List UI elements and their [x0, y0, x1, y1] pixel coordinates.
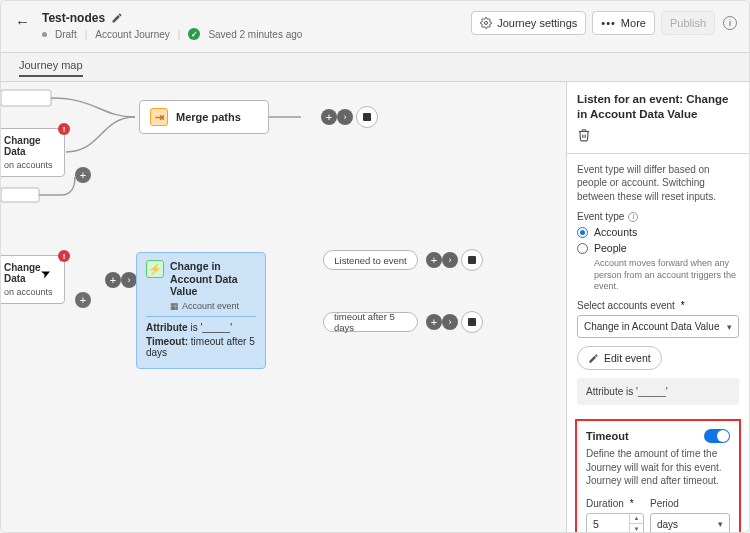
svg-rect-2	[1, 188, 39, 202]
split-connector[interactable]: ›	[337, 109, 353, 125]
svg-rect-1	[1, 90, 51, 106]
info-icon[interactable]: i	[628, 212, 638, 222]
step-down[interactable]: ▼	[630, 524, 643, 532]
timeout-section: Timeout Define the amount of time the Jo…	[575, 419, 741, 532]
breadcrumb-journey-map[interactable]: Journey map	[19, 59, 83, 77]
node-listen-event[interactable]: ⚡ Change in Account Data Value ▦ Account…	[136, 252, 266, 369]
node-merge-paths[interactable]: ⇥ Merge paths	[139, 100, 269, 134]
chevron-down-icon: ▾	[718, 519, 723, 529]
event-type-label: Event type	[577, 211, 624, 222]
back-button[interactable]: ←	[15, 11, 30, 30]
svg-point-0	[485, 22, 488, 25]
timeout-label: Timeout:	[146, 336, 188, 347]
bolt-icon: ⚡	[146, 260, 164, 278]
radio-accounts-label: Accounts	[594, 226, 637, 238]
journey-type: Account Journey	[95, 29, 170, 40]
merge-label: Merge paths	[176, 111, 241, 123]
publish-label: Publish	[670, 17, 706, 29]
attr-value: is '_____'	[190, 322, 232, 333]
pencil-icon	[588, 353, 599, 364]
error-badge: !	[58, 250, 70, 262]
end-node[interactable]	[461, 249, 483, 271]
journey-canvas[interactable]: ! Change Data on accounts + ! Change Dat…	[1, 81, 566, 532]
timeout-title: Timeout	[586, 430, 629, 442]
connector-node[interactable]: +	[105, 272, 121, 288]
split-connector[interactable]: ›	[442, 252, 458, 268]
radio-people[interactable]: People	[577, 242, 739, 254]
event-subtype: Account event	[182, 301, 239, 311]
add-node-button[interactable]: +	[426, 252, 442, 268]
radio-people-label: People	[594, 242, 627, 254]
timeout-toggle[interactable]	[704, 429, 730, 443]
delete-node-icon[interactable]	[577, 128, 591, 142]
radio-accounts[interactable]: Accounts	[577, 226, 739, 238]
edit-event-label: Edit event	[604, 352, 651, 364]
node-subtitle: on accounts	[4, 160, 58, 170]
node-title: Change Data	[4, 135, 58, 157]
end-node[interactable]	[356, 106, 378, 128]
journey-settings-label: Journey settings	[497, 17, 577, 29]
duration-value: 5	[587, 518, 629, 530]
account-event-icon: ▦	[170, 301, 179, 311]
edit-event-button[interactable]: Edit event	[577, 346, 662, 370]
duration-label: Duration	[586, 498, 624, 509]
panel-title: Listen for an event: Change in Account D…	[577, 92, 739, 122]
period-select[interactable]: days ▾	[650, 513, 730, 532]
info-icon[interactable]: i	[723, 16, 737, 30]
add-node-button[interactable]: +	[75, 292, 91, 308]
details-panel: Listen for an event: Change in Account D…	[566, 81, 749, 532]
people-help: Account moves forward when any person fr…	[594, 258, 739, 292]
period-label: Period	[650, 498, 679, 509]
chevron-down-icon: ▾	[727, 322, 732, 332]
add-node-button[interactable]: +	[321, 109, 337, 125]
publish-button[interactable]: Publish	[661, 11, 715, 35]
page-title: Test-nodes	[42, 11, 105, 25]
gear-icon	[480, 17, 492, 29]
timeout-help: Define the amount of time the Journey wi…	[586, 447, 730, 488]
select-event-label: Select accounts event	[577, 300, 675, 311]
step-up[interactable]: ▲	[630, 513, 643, 524]
node-change-data-b[interactable]: ! Change Data on accounts	[0, 255, 65, 304]
attribute-summary: Attribute is '_____'	[577, 378, 739, 405]
split-connector[interactable]: ›	[442, 314, 458, 330]
node-title: Change Data	[4, 262, 58, 284]
add-node-button[interactable]: +	[75, 167, 91, 183]
attr-label: Attribute	[146, 322, 188, 333]
status-dot	[42, 32, 47, 37]
edit-title-icon[interactable]	[111, 12, 123, 24]
node-change-data-a[interactable]: ! Change Data on accounts	[0, 128, 65, 177]
more-button[interactable]: ••• More	[592, 11, 655, 35]
period-value: days	[657, 519, 678, 530]
path-listened-to-event[interactable]: Listened to event	[323, 250, 418, 270]
saved-text: Saved 2 minutes ago	[208, 29, 302, 40]
more-label: More	[621, 17, 646, 29]
event-node-title: Change in Account Data Value	[170, 260, 256, 298]
node-subtitle: on accounts	[4, 287, 58, 297]
status-text: Draft	[55, 29, 77, 40]
error-badge: !	[58, 123, 70, 135]
merge-icon: ⇥	[150, 108, 168, 126]
select-accounts-event[interactable]: Change in Account Data Value ▾	[577, 315, 739, 338]
saved-check-icon: ✓	[188, 28, 200, 40]
duration-input[interactable]: 5 ▲▼	[586, 513, 644, 532]
event-type-help: Event type will differ based on people o…	[577, 163, 739, 204]
ellipsis-icon: •••	[601, 17, 616, 29]
split-connector[interactable]: ›	[121, 272, 137, 288]
add-node-button[interactable]: +	[426, 314, 442, 330]
end-node[interactable]	[461, 311, 483, 333]
select-accounts-event-value: Change in Account Data Value	[584, 321, 719, 332]
path-timeout[interactable]: timeout after 5 days	[323, 312, 418, 332]
journey-settings-button[interactable]: Journey settings	[471, 11, 586, 35]
